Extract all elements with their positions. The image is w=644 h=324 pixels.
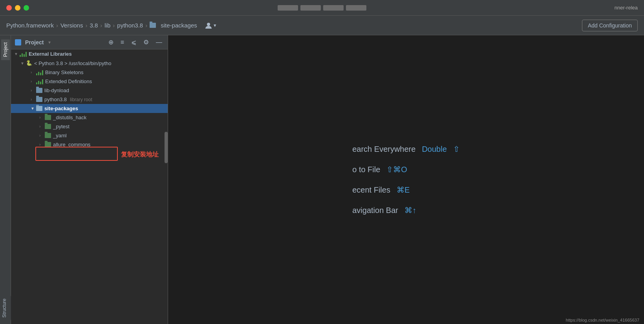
extended-def-icon	[36, 79, 43, 84]
python38-label: < Python 3.8 > /usr/local/bin/pytho	[34, 60, 112, 66]
settings-icon[interactable]: ⚙	[142, 38, 150, 47]
distutils-package-icon	[45, 115, 51, 120]
python38-folder-arrow: ›	[31, 97, 36, 102]
navigation-bar-label: avigation Bar	[352, 206, 398, 215]
collapse-icon[interactable]: ⩽	[130, 38, 138, 47]
search-everywhere-shortcut1: Double	[422, 145, 446, 154]
tree-item-allure-commons[interactable]: › allure_commons	[11, 140, 168, 149]
pytest-label: _pytest	[53, 124, 70, 129]
project-title: Project	[25, 39, 44, 46]
python38-folder-icon	[36, 97, 42, 102]
external-libraries-label: External Libraries	[29, 51, 72, 57]
tree-item-distutils-hack[interactable]: › _distutils_hack	[11, 113, 168, 122]
minimize-button[interactable]	[15, 5, 20, 11]
lib-dynload-label: lib-dynload	[44, 87, 69, 93]
breadcrumb-sep-1: ›	[56, 22, 58, 29]
close-button[interactable]	[6, 5, 12, 11]
side-tab: Project	[0, 35, 11, 324]
breadcrumb-folder-icon	[150, 23, 156, 28]
svg-point-0	[207, 23, 210, 26]
tree-item-external-libraries[interactable]: ▼ External Libraries	[11, 49, 168, 58]
allure-commons-label: allure_commons	[53, 142, 90, 147]
title-bar: nner-relea	[0, 0, 644, 16]
extended-def-arrow: ›	[31, 79, 36, 84]
scrollbar-thumb[interactable]	[165, 132, 168, 163]
bottom-bar: https://blog.csdn.net/weixin_41665637	[561, 316, 644, 324]
hint-search-everywhere: earch Everywhere Double ⇧	[352, 144, 460, 154]
main-layout: Project Project ▾ ⊕ ≡ ⩽ ⚙ — ▼	[0, 35, 644, 324]
lib-dynload-folder-icon	[36, 88, 42, 93]
goto-file-label: o to File	[352, 165, 380, 174]
allure-arrow: ›	[39, 142, 45, 147]
site-packages-label: site-packages	[44, 106, 78, 111]
traffic-lights	[6, 5, 29, 11]
breadcrumb-sep-2: ›	[85, 22, 87, 29]
binary-skeletons-label: Binary Skeletons	[45, 69, 84, 75]
allure-package-icon	[45, 142, 51, 147]
add-configuration-button[interactable]: Add Configuration	[582, 20, 638, 31]
breadcrumb-python-framework[interactable]: Python.framework	[6, 22, 54, 29]
user-dropdown-arrow[interactable]: ▾	[214, 22, 216, 28]
project-panel: Project ▾ ⊕ ≡ ⩽ ⚙ — ▼ External Libraries	[11, 35, 168, 324]
project-icon	[15, 39, 21, 46]
tree-item-lib-dynload[interactable]: › lib-dynload	[11, 86, 168, 95]
site-packages-folder-icon	[36, 106, 42, 111]
user-icon[interactable]: ▾	[205, 22, 216, 29]
python-icon: 🐍	[26, 60, 32, 66]
distutils-arrow: ›	[39, 115, 45, 120]
add-icon[interactable]: ⊕	[107, 38, 115, 47]
title-right-text: nner-relea	[615, 5, 638, 11]
sidebar-tab-structure[interactable]: Structure	[0, 296, 11, 320]
breadcrumb-versions[interactable]: Versions	[60, 22, 83, 29]
bar-chart-icon	[20, 51, 27, 57]
search-everywhere-shortcut2: ⇧	[453, 144, 460, 154]
breadcrumb-sep-3: ›	[100, 22, 102, 29]
breadcrumb-python38[interactable]: python3.8	[117, 22, 143, 29]
tree-item-python38[interactable]: ▼ 🐍 < Python 3.8 > /usr/local/bin/pytho	[11, 58, 168, 68]
hint-goto-file: o to File ⇧⌘O	[352, 165, 407, 174]
extended-definitions-label: Extended Definitions	[45, 78, 92, 84]
breadcrumb-38[interactable]: 3.8	[90, 22, 98, 29]
breadcrumb-site-packages[interactable]: site-packages	[161, 22, 197, 29]
collapse-all-icon[interactable]: ≡	[119, 38, 126, 47]
search-hints: earch Everywhere Double ⇧ o to File ⇧⌘O …	[352, 144, 460, 215]
minimize-panel-icon[interactable]: —	[154, 38, 164, 47]
file-tree: ▼ External Libraries ▼ 🐍 < Python 3.8 > …	[11, 49, 168, 324]
yaml-package-icon	[45, 133, 51, 138]
yaml-label: _yaml	[53, 133, 67, 138]
navigation-bar-shortcut: ⌘↑	[404, 206, 416, 215]
recent-files-shortcut: ⌘E	[397, 185, 410, 195]
csdn-url[interactable]: https://blog.csdn.net/weixin_41665637	[566, 318, 639, 322]
recent-files-label: ecent Files	[352, 186, 390, 195]
breadcrumb-sep-4: ›	[113, 22, 115, 29]
project-dropdown-arrow[interactable]: ▾	[48, 40, 51, 45]
hint-navigation-bar: avigation Bar ⌘↑	[352, 206, 416, 215]
breadcrumb-bar: Python.framework › Versions › 3.8 › lib …	[0, 16, 644, 35]
breadcrumb-lib[interactable]: lib	[104, 22, 110, 29]
binary-skeletons-arrow: ›	[31, 70, 36, 75]
distutils-hack-label: _distutils_hack	[53, 115, 86, 120]
tree-item-extended-definitions[interactable]: › Extended Definitions	[11, 77, 168, 86]
collapse-arrow-ext: ▼	[14, 52, 20, 56]
pytest-arrow: ›	[39, 124, 45, 129]
tree-item-binary-skeletons[interactable]: › Binary Skeletons	[11, 68, 168, 77]
tree-item-site-packages[interactable]: ▼ site-packages	[11, 104, 168, 113]
pytest-package-icon	[45, 124, 51, 129]
maximize-button[interactable]	[24, 5, 29, 11]
project-toolbar: Project ▾ ⊕ ≡ ⩽ ⚙ —	[11, 35, 168, 49]
tree-item-yaml[interactable]: › _yaml	[11, 131, 168, 140]
python38-folder-label: python3.8	[44, 96, 67, 102]
cn-annotation: 复制安装地址	[121, 151, 159, 159]
tree-item-python38-folder[interactable]: › python3.8 library root	[11, 95, 168, 104]
lib-dynload-arrow: ›	[31, 88, 36, 93]
goto-file-shortcut: ⇧⌘O	[386, 165, 407, 174]
title-segments	[278, 5, 366, 11]
site-packages-arrow: ▼	[31, 106, 36, 111]
breadcrumb-sep-5: ›	[145, 22, 147, 29]
yaml-arrow: ›	[39, 133, 45, 138]
hint-recent-files: ecent Files ⌘E	[352, 185, 410, 195]
right-panel: earch Everywhere Double ⇧ o to File ⇧⌘O …	[168, 35, 644, 324]
sidebar-tab-project[interactable]: Project	[1, 39, 10, 60]
search-everywhere-label: earch Everywhere	[352, 145, 415, 154]
tree-item-pytest[interactable]: › _pytest	[11, 122, 168, 131]
